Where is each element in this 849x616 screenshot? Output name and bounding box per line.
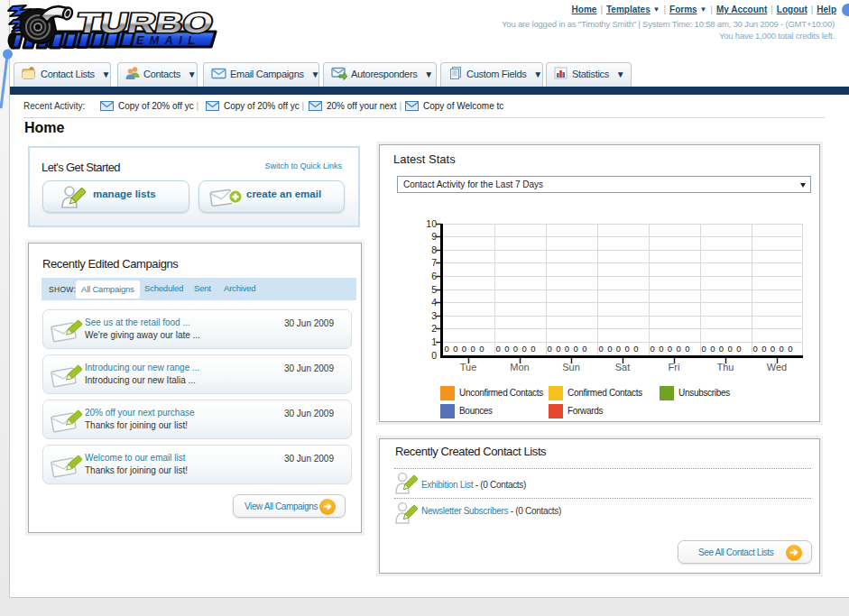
svg-text:0: 0 — [444, 344, 448, 354]
svg-text:0: 0 — [625, 344, 630, 354]
svg-text:0: 0 — [531, 344, 535, 354]
svg-text:Fri: Fri — [669, 362, 680, 372]
svg-text:Sun: Sun — [562, 362, 580, 372]
svg-text:3: 3 — [431, 310, 437, 321]
svg-text:0: 0 — [701, 344, 706, 354]
svg-text:1: 1 — [431, 336, 437, 347]
svg-text:0: 0 — [685, 344, 689, 354]
svg-text:8: 8 — [431, 244, 437, 255]
svg-text:0: 0 — [659, 344, 663, 354]
svg-text:4: 4 — [431, 297, 437, 308]
svg-text:TURBO: TURBO — [74, 7, 216, 39]
svg-text:0: 0 — [780, 344, 784, 354]
svg-text:0: 0 — [574, 344, 578, 354]
svg-text:0: 0 — [565, 344, 569, 354]
svg-text:0: 0 — [479, 344, 484, 354]
svg-text:7: 7 — [431, 257, 437, 268]
svg-text:0: 0 — [607, 344, 612, 354]
svg-text:0: 0 — [677, 344, 681, 354]
svg-text:Wed: Wed — [767, 362, 787, 372]
svg-text:0: 0 — [761, 344, 766, 354]
svg-text:9: 9 — [431, 231, 437, 242]
svg-text:0: 0 — [495, 344, 500, 354]
svg-text:Mon: Mon — [510, 362, 529, 372]
svg-text:10: 10 — [426, 218, 437, 229]
svg-text:0: 0 — [453, 344, 457, 354]
svg-text:0: 0 — [522, 344, 527, 354]
svg-text:0: 0 — [504, 344, 509, 354]
svg-text:0: 0 — [547, 344, 551, 354]
svg-text:0: 0 — [719, 344, 724, 354]
svg-text:0: 0 — [598, 344, 603, 354]
svg-text:6: 6 — [431, 271, 437, 281]
svg-text:0: 0 — [710, 344, 715, 354]
svg-text:0: 0 — [471, 344, 475, 354]
svg-text:0: 0 — [582, 344, 586, 354]
svg-text:0: 0 — [752, 344, 757, 354]
svg-text:2: 2 — [431, 323, 437, 334]
svg-text:0: 0 — [788, 344, 792, 354]
svg-text:0: 0 — [736, 344, 741, 354]
svg-text:0: 0 — [668, 344, 672, 354]
svg-text:Tue: Tue — [460, 362, 477, 372]
svg-text:0: 0 — [513, 344, 518, 354]
svg-text:0: 0 — [462, 344, 466, 354]
svg-text:0: 0 — [771, 344, 775, 354]
svg-text:0: 0 — [650, 344, 654, 354]
svg-text:0: 0 — [556, 344, 560, 354]
svg-text:0: 0 — [728, 344, 733, 354]
svg-text:0: 0 — [431, 350, 437, 361]
svg-text:5: 5 — [431, 284, 437, 295]
svg-text:0: 0 — [616, 344, 621, 354]
svg-text:0: 0 — [633, 344, 638, 354]
svg-text:Sat: Sat — [615, 362, 631, 372]
svg-text:Thu: Thu — [717, 362, 734, 372]
